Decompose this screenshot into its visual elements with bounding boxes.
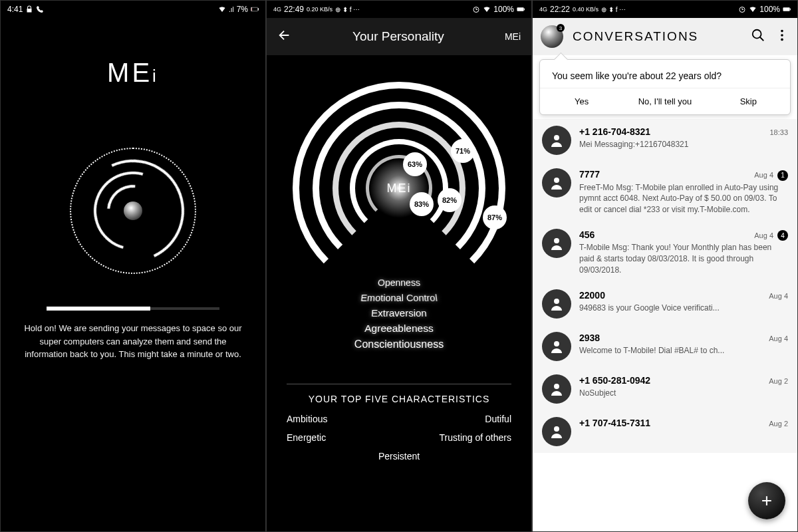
conversation-name: +1 650-281-0942 [579, 375, 650, 386]
conversation-time: Aug 4 [769, 292, 788, 300]
conversation-row[interactable]: +1 650-281-0942Aug 2NoSubject [533, 368, 797, 410]
svg-point-16 [554, 299, 559, 304]
net-rate: 0.40 KB/s [573, 6, 598, 13]
conversation-row[interactable]: 456Aug 44T-Mobile Msg: Thank you! Your M… [533, 222, 797, 283]
svg-point-13 [554, 135, 559, 140]
svg-rect-7 [783, 7, 789, 11]
char-item: Energetic [287, 432, 392, 443]
char-item: Dutiful [406, 414, 511, 424]
svg-point-9 [753, 30, 761, 39]
pct-agreeableness: 71% [451, 139, 475, 163]
avatar [542, 374, 571, 404]
conversation-row[interactable]: +1 707-415-7311Aug 2 [533, 410, 797, 453]
net-rate: 0.20 KB/s [307, 6, 332, 13]
back-button[interactable] [277, 28, 292, 45]
progress-bar [47, 307, 219, 310]
page-title: CONVERSATIONS [573, 29, 741, 44]
status-bar: 4:41 .ıl 7% [1, 1, 265, 18]
popup-question: You seem like you're about 22 years old? [540, 60, 790, 88]
conversation-name: 2938 [579, 332, 600, 343]
svg-point-19 [554, 426, 559, 432]
profile-orb[interactable]: 3 [541, 25, 563, 48]
conversation-row[interactable]: 2938Aug 4Welcome to T-Mobile! Dial #BAL#… [533, 325, 797, 368]
char-item: Trusting of others [406, 432, 511, 443]
alarm-icon [472, 5, 480, 13]
characteristics-section: YOUR TOP FIVE CHARACTERISTICS Ambitious … [267, 384, 531, 462]
status-bar: 4G 22:49 0.20 KB/s ⊕ ⬍ f ⋯ 100% [267, 1, 531, 18]
age-question-popup: You seem like you're about 22 years old?… [539, 59, 791, 115]
conversation-time: Aug 2 [769, 377, 788, 385]
popup-no-button[interactable]: No, I'll tell you [623, 88, 706, 114]
svg-rect-2 [258, 9, 259, 11]
conversation-name: 456 [579, 229, 595, 240]
search-button[interactable] [751, 28, 765, 45]
conversation-name: 22000 [579, 290, 605, 301]
loading-screen: 4:41 .ıl 7% MEi Hold on! We are sending … [0, 0, 266, 532]
page-title: Your Personality [303, 29, 494, 44]
header: Your Personality MEi [267, 18, 531, 55]
conversation-list[interactable]: +1 216-704-832118:33Mei Messaging:+12167… [533, 119, 797, 453]
header: 3 CONVERSATIONS [533, 18, 797, 55]
popup-skip-button[interactable]: Skip [707, 88, 790, 114]
svg-point-15 [554, 238, 559, 243]
char-item: Ambitious [287, 414, 392, 424]
svg-rect-5 [524, 9, 525, 11]
svg-rect-8 [790, 9, 791, 11]
pct-emotional: 82% [438, 188, 462, 212]
wifi-icon [218, 5, 226, 13]
svg-point-18 [554, 384, 559, 389]
popup-yes-button[interactable]: Yes [540, 88, 623, 114]
battery-icon [783, 5, 791, 13]
lock-icon [25, 5, 33, 13]
svg-point-17 [554, 341, 559, 346]
phone-icon [36, 5, 44, 13]
orb-badge: 3 [557, 24, 565, 32]
avatar [542, 417, 571, 446]
conversation-preview: T-Mobile Msg: Thank you! Your Monthly pl… [579, 242, 788, 275]
status-time: 22:49 [284, 5, 304, 14]
battery-level: 7% [237, 5, 248, 14]
avatar [542, 126, 571, 155]
conversation-row[interactable]: 7777Aug 41FreeT-Mo Msg: T-Mobile plan en… [533, 162, 797, 222]
svg-rect-4 [517, 7, 523, 11]
loading-spinner [1, 148, 265, 274]
svg-point-12 [781, 39, 783, 41]
unread-badge: 4 [777, 230, 788, 241]
battery-icon [517, 5, 525, 13]
avatar [542, 289, 571, 319]
conversation-row[interactable]: +1 216-704-832118:33Mei Messaging:+12167… [533, 119, 797, 162]
conversation-preview: 949683 is your Google Voice verificati..… [579, 303, 788, 314]
status-time: 4:41 [7, 5, 23, 14]
loading-message: Hold on! We are sending your messages to… [1, 310, 265, 361]
pct-openness: 63% [403, 152, 427, 176]
conversation-preview: Mei Messaging:+12167048321 [579, 139, 788, 150]
avatar [542, 168, 571, 198]
conversation-row[interactable]: 22000Aug 4949683 is your Google Voice ve… [533, 283, 797, 325]
personality-radar: MEi 63% 82% 83% 71% 87% [267, 75, 531, 301]
battery-icon [251, 5, 259, 13]
alarm-icon [738, 5, 746, 13]
conversation-name: +1 707-415-7311 [579, 418, 650, 428]
conversation-time: Aug 4 [754, 231, 773, 239]
header-brand: MEi [505, 31, 521, 42]
svg-rect-1 [251, 8, 252, 11]
compose-fab[interactable]: + [748, 482, 785, 519]
overflow-menu-button[interactable] [775, 28, 789, 45]
status-time: 22:22 [550, 5, 570, 14]
battery-level: 100% [493, 5, 514, 14]
status-bar: 4G 22:22 0.40 KB/s ⊕ ⬍ f ⋯ 100% [533, 1, 797, 18]
wifi-icon [749, 5, 757, 13]
conversation-name: 7777 [579, 169, 600, 180]
characteristics-title: YOUR TOP FIVE CHARACTERISTICS [287, 394, 511, 404]
svg-point-10 [781, 30, 783, 33]
personality-screen: 4G 22:49 0.20 KB/s ⊕ ⬍ f ⋯ 100% Your Per… [266, 0, 532, 532]
pct-extraversion: 83% [410, 192, 434, 216]
pct-conscientiousness: 87% [483, 205, 507, 229]
conversation-time: 18:33 [769, 128, 788, 136]
conversation-time: Aug 4 [769, 334, 788, 342]
avatar [542, 332, 571, 361]
conversation-name: +1 216-704-8321 [579, 126, 650, 137]
battery-level: 100% [759, 5, 780, 14]
wifi-icon [483, 5, 491, 13]
app-logo: MEi [1, 58, 265, 88]
